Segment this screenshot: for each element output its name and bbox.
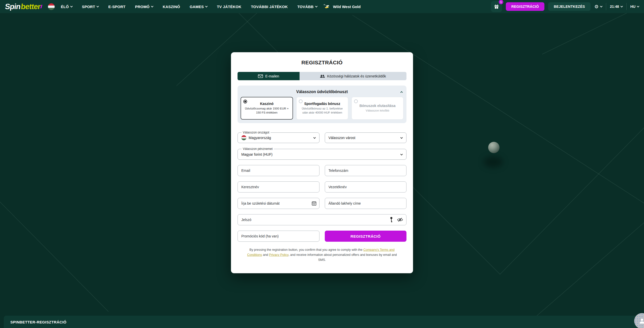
eye-off-icon: [397, 217, 403, 222]
language-value: HU: [630, 5, 635, 9]
logo-part-spin: Spin: [5, 2, 21, 11]
sphere-shadow-decoration: [484, 156, 503, 168]
password-field[interactable]: [238, 214, 406, 225]
email-field[interactable]: [238, 165, 319, 176]
gift-button[interactable]: 1: [491, 1, 502, 12]
collapse-bonus-button[interactable]: [399, 89, 402, 93]
nav-item-tv-jatekok[interactable]: TV JÁTÉKOK: [217, 5, 241, 9]
hungary-flag-icon: [48, 3, 55, 10]
gear-icon: ⚙: [594, 4, 599, 9]
nav-item-elo[interactable]: ÉLŐ: [61, 5, 72, 9]
chevron-down-icon: [315, 5, 317, 7]
chevron-down-icon: [70, 5, 73, 7]
currency-select-value: Magyar forint (HUF): [241, 152, 273, 156]
bonus-option-sport[interactable]: Sportfogadás bónusz Üdvözlőbónusz az 1. …: [296, 97, 348, 120]
login-button[interactable]: BEJELENTKEZÉS: [548, 2, 591, 11]
spinbetter-logo[interactable]: Spin better: [5, 2, 42, 11]
birth-date-field[interactable]: [238, 198, 319, 209]
chevron-down-icon: [620, 5, 623, 7]
promo-game-label: Wild West Gold: [333, 5, 361, 9]
country-select-label: Válasszon országot: [242, 131, 271, 134]
nav-item-tovabbi-jatekok[interactable]: TOVÁBBI JÁTÉKOK: [251, 5, 288, 9]
last-name-field[interactable]: [325, 181, 407, 193]
registration-tabs: E-mailen Közösségi hálózatok és üzenetkü…: [238, 72, 406, 80]
key-icon: [390, 217, 393, 223]
page: Spin better ÉLŐ SPORT E-SPORT PROMÓ KASZ…: [0, 0, 644, 328]
nav-item-games[interactable]: GAMES: [190, 5, 207, 9]
sphere-decoration: [488, 142, 500, 153]
country-select[interactable]: Válasszon országot Magyarország: [238, 132, 319, 143]
tab-social-label: Közösségi hálózatok és üzenetküldők: [327, 74, 386, 78]
bonus-option-title: Bónuszok elutasítása: [359, 104, 395, 108]
envelope-icon: [258, 74, 263, 78]
chevron-down-icon: [97, 5, 99, 7]
city-select[interactable]: Válasszon várost: [325, 132, 407, 143]
nav-item-tovabb[interactable]: TOVÁBB: [297, 5, 317, 9]
register-button[interactable]: REGISZTRÁCIÓ: [506, 2, 544, 11]
bonus-section: Válasszon üdvözlőbónuszt Kaszinó Üdvözlő…: [238, 86, 406, 123]
first-name-field[interactable]: [238, 181, 319, 193]
calendar-icon[interactable]: [312, 201, 316, 206]
tab-email-label: E-mailen: [265, 74, 279, 78]
bonus-option-title: Sportfogadás bónusz: [304, 102, 340, 106]
bonus-section-title: Válasszon üdvözlőbónuszt: [241, 88, 403, 97]
gift-icon: [494, 4, 499, 9]
settings-menu[interactable]: ⚙: [594, 4, 602, 9]
logo-accent: [40, 5, 42, 8]
submit-registration-button[interactable]: REGISZTRÁCIÓ: [325, 231, 407, 242]
gift-badge: 1: [499, 0, 503, 4]
privacy-policy-link[interactable]: Privacy Policy: [269, 253, 288, 257]
clock-value: 21:48: [610, 5, 619, 9]
chevron-down-icon: [313, 136, 316, 139]
city-select-placeholder: Válasszon várost: [329, 136, 356, 140]
language-menu[interactable]: HU: [630, 5, 639, 9]
currency-select[interactable]: Válasszon pénznemet Magyar forint (HUF): [238, 149, 406, 160]
nav-item-kaszino[interactable]: KASZINÓ: [163, 5, 180, 9]
address-field[interactable]: [325, 198, 407, 209]
top-navigation-bar: Spin better ÉLŐ SPORT E-SPORT PROMÓ KASZ…: [0, 0, 644, 13]
radio-checked-icon[interactable]: [243, 100, 247, 103]
divider: [606, 3, 606, 10]
registration-modal: REGISZTRÁCIÓ E-mailen Közösségi hálózato…: [231, 52, 413, 273]
chevron-down-icon: [400, 136, 403, 139]
nav-item-esport[interactable]: E-SPORT: [108, 5, 125, 9]
footer-bar: SPINBETTER-REGISZTRÁCIÓ: [4, 316, 644, 328]
toggle-password-visibility-button[interactable]: [397, 217, 403, 222]
promo-game-link[interactable]: Wild West Gold: [323, 4, 361, 9]
phone-field[interactable]: [325, 165, 407, 176]
nav-item-sport[interactable]: SPORT: [82, 5, 99, 9]
person-icon: [638, 317, 644, 324]
support-chat-button[interactable]: [634, 313, 644, 328]
chevron-down-icon: [400, 153, 403, 155]
users-icon: [320, 74, 325, 78]
currency-select-label: Válasszon pénznemet: [242, 147, 274, 151]
gold-bars-icon: [323, 4, 331, 9]
tab-email[interactable]: E-mailen: [238, 72, 300, 80]
footer-title: SPINBETTER-REGISZTRÁCIÓ: [4, 316, 67, 324]
generate-password-button[interactable]: [390, 217, 393, 223]
bonus-options: Kaszinó Üdvözlőcsomag akár 1500 EUR + 15…: [241, 97, 403, 120]
bonus-option-refuse[interactable]: Bónuszok elutasítása Válasszon később: [352, 97, 403, 120]
tab-social[interactable]: Közösségi hálózatok és üzenetküldők: [300, 72, 406, 80]
radio-unchecked-icon[interactable]: [354, 99, 358, 103]
nav-item-promo[interactable]: PROMÓ: [135, 5, 153, 9]
chevron-down-icon: [151, 5, 154, 7]
promo-code-field[interactable]: [238, 231, 319, 242]
logo-part-better: better: [20, 2, 41, 11]
radio-unchecked-icon[interactable]: [299, 99, 303, 103]
main-nav: ÉLŐ SPORT E-SPORT PROMÓ KASZINÓ GAMES TV…: [61, 5, 317, 9]
bonus-option-title: Kaszinó: [260, 102, 274, 106]
bonus-option-subtitle: Válasszon később: [366, 109, 389, 113]
disclaimer-text: By pressing the registration button, you…: [243, 247, 401, 262]
hungary-flag-icon: [241, 135, 246, 140]
chevron-down-icon: [637, 5, 639, 7]
chevron-down-icon: [205, 5, 208, 7]
country-select-value: Magyarország: [249, 136, 271, 140]
bonus-option-subtitle: Üdvözlőbónusz az 1. befizetése után akár…: [300, 107, 344, 115]
bonus-option-subtitle: Üdvözlőcsomag akár 1500 EUR + 150 FS ért…: [245, 107, 289, 115]
chevron-down-icon: [600, 5, 603, 7]
divider: [626, 3, 627, 10]
modal-title: REGISZTRÁCIÓ: [238, 60, 406, 66]
bonus-option-casino[interactable]: Kaszinó Üdvözlőcsomag akár 1500 EUR + 15…: [241, 97, 293, 120]
time-menu[interactable]: 21:48: [610, 5, 623, 9]
